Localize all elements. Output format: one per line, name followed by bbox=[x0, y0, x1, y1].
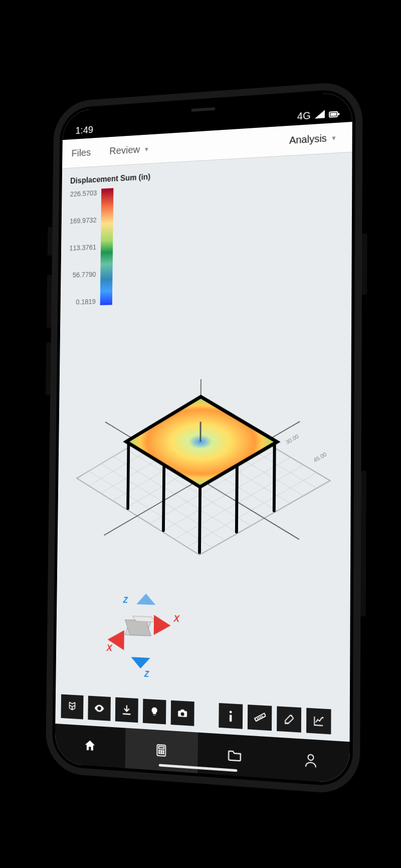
svg-text:30.00: 30.00 bbox=[285, 433, 300, 445]
svg-line-53 bbox=[260, 716, 261, 718]
battery-icon bbox=[329, 110, 338, 117]
measure-button[interactable] bbox=[248, 705, 272, 731]
phone-frame: 1:49 4G Files Review ▼ bbox=[46, 80, 363, 795]
svg-point-62 bbox=[163, 753, 164, 754]
signal-icon bbox=[315, 109, 325, 121]
orientation-gizmo: X X Z Z bbox=[106, 592, 180, 680]
svg-rect-56 bbox=[159, 746, 164, 749]
visibility-button[interactable] bbox=[88, 696, 111, 721]
svg-point-61 bbox=[161, 752, 162, 753]
svg-rect-49 bbox=[230, 715, 232, 722]
screen: 1:49 4G Files Review ▼ bbox=[55, 91, 352, 784]
svg-point-59 bbox=[163, 750, 164, 751]
tab-label: Analysis bbox=[289, 132, 327, 146]
svg-line-51 bbox=[257, 718, 258, 719]
eraser-button[interactable] bbox=[277, 706, 301, 732]
svg-line-33 bbox=[274, 442, 275, 510]
svg-text:45.00: 45.00 bbox=[312, 451, 328, 463]
nav-home[interactable] bbox=[55, 723, 125, 768]
tab-review[interactable]: Review ▼ bbox=[100, 134, 159, 166]
side-button bbox=[48, 227, 53, 256]
tab-label: Files bbox=[71, 146, 91, 158]
svg-line-54 bbox=[262, 716, 263, 717]
status-time: 1:49 bbox=[75, 124, 93, 136]
status-network: 4G bbox=[297, 110, 311, 122]
side-button bbox=[360, 470, 366, 616]
model-view-button[interactable] bbox=[61, 694, 83, 719]
svg-text:X: X bbox=[173, 613, 180, 624]
side-button bbox=[362, 233, 367, 295]
tab-analysis[interactable]: Analysis ▼ bbox=[279, 121, 352, 155]
chevron-down-icon: ▼ bbox=[331, 134, 337, 141]
nav-profile[interactable] bbox=[272, 737, 349, 783]
side-button bbox=[46, 342, 51, 395]
svg-line-32 bbox=[128, 441, 128, 508]
svg-line-35 bbox=[199, 484, 200, 553]
chevron-down-icon: ▼ bbox=[144, 145, 149, 152]
svg-point-57 bbox=[159, 750, 160, 751]
graph-button[interactable] bbox=[306, 708, 331, 734]
svg-point-48 bbox=[230, 711, 232, 713]
structure-model bbox=[125, 396, 277, 554]
svg-line-39 bbox=[237, 463, 237, 532]
svg-point-47 bbox=[98, 707, 100, 709]
side-button bbox=[47, 274, 52, 327]
svg-text:Z: Z bbox=[144, 669, 149, 678]
scene-svg: 30.00 45.00 00.00 15.00 bbox=[55, 152, 352, 742]
svg-text:X: X bbox=[106, 642, 113, 653]
svg-point-63 bbox=[308, 754, 313, 760]
download-button[interactable] bbox=[115, 697, 138, 723]
viewport-3d[interactable]: Displacement Sum (in) 226.5703 169.9732 … bbox=[55, 152, 352, 742]
light-button[interactable] bbox=[143, 699, 166, 724]
camera-button[interactable] bbox=[171, 700, 194, 726]
info-button[interactable] bbox=[219, 703, 243, 729]
svg-point-58 bbox=[161, 750, 162, 751]
tab-files[interactable]: Files bbox=[62, 137, 100, 168]
svg-line-52 bbox=[259, 717, 260, 719]
svg-point-60 bbox=[159, 752, 160, 753]
svg-line-13 bbox=[76, 478, 200, 555]
tab-label: Review bbox=[109, 143, 140, 156]
svg-text:Z: Z bbox=[123, 595, 128, 604]
